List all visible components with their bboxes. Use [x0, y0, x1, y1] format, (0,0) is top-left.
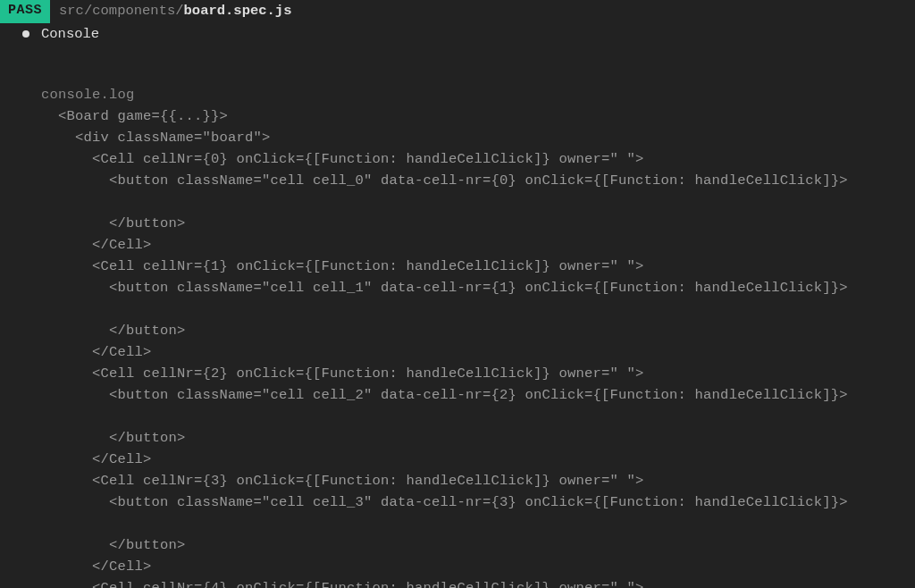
- tree-line: [41, 516, 50, 532]
- test-header: PASS src/components/board.spec.js: [0, 0, 915, 21]
- tree-line: <Cell cellNr={4} onClick={[Function: han…: [41, 580, 644, 588]
- path-prefix: src/components/: [59, 3, 184, 19]
- tree-line: [41, 194, 50, 210]
- tree-line: <Cell cellNr={3} onClick={[Function: han…: [41, 473, 644, 489]
- tree-line: </Cell>: [41, 451, 152, 467]
- tree-line: </button>: [41, 430, 186, 446]
- tree-line: [41, 408, 50, 424]
- tree-line: <Cell cellNr={0} onClick={[Function: han…: [41, 151, 644, 167]
- log-label: console.log: [41, 87, 135, 103]
- tree-line: <button className="cell cell_2" data-cel…: [41, 387, 848, 403]
- file-path: src/components/board.spec.js: [59, 0, 291, 21]
- tree-line: <button className="cell cell_1" data-cel…: [41, 280, 848, 296]
- tree-line: </Cell>: [41, 559, 152, 575]
- tree-line: </button>: [41, 215, 186, 231]
- tree-line: <button className="cell cell_3" data-cel…: [41, 494, 848, 510]
- filename: board.spec.js: [184, 3, 292, 19]
- tree-line: <Cell cellNr={1} onClick={[Function: han…: [41, 258, 644, 274]
- tree-line: <Cell cellNr={2} onClick={[Function: han…: [41, 365, 644, 382]
- log-output: console.log <Board game={{...}}> <div cl…: [0, 45, 915, 588]
- console-header[interactable]: Console: [0, 23, 915, 45]
- tree-line: [41, 301, 50, 317]
- tree-line: </Cell>: [41, 344, 152, 360]
- tree-line: </button>: [41, 537, 186, 553]
- tree-line: <Board game={{...}}>: [41, 108, 228, 124]
- tree-line: </button>: [41, 323, 186, 339]
- console-label: Console: [41, 23, 99, 45]
- tree-line: <button className="cell cell_0" data-cel…: [41, 172, 848, 189]
- bullet-icon: [22, 30, 29, 38]
- pass-badge: PASS: [0, 0, 50, 23]
- tree-line: </Cell>: [41, 237, 152, 253]
- tree-line: <div className="board">: [41, 130, 271, 146]
